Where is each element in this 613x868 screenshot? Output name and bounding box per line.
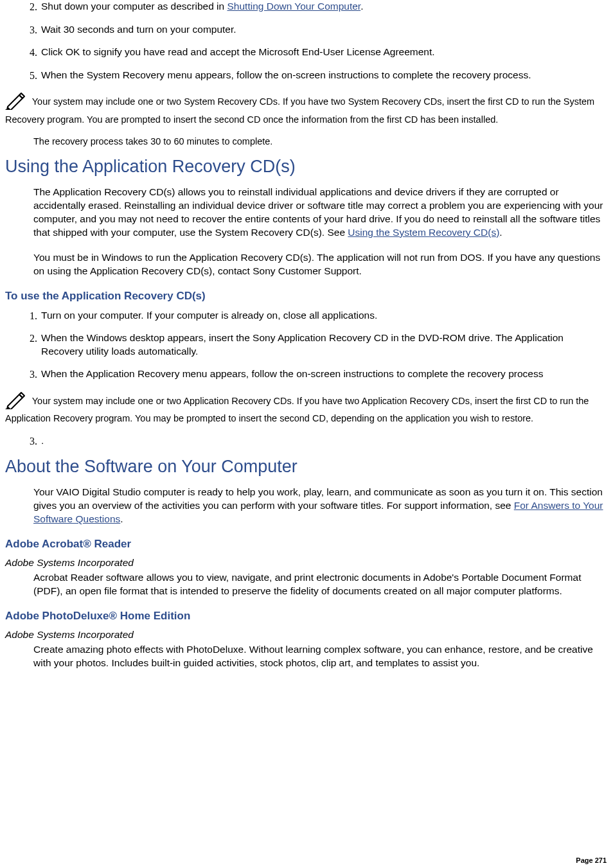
list-number: 3. (23, 368, 37, 382)
list-item: 2. When the Windows desktop appears, ins… (23, 332, 608, 359)
text-fragment: . (360, 1, 363, 12)
list-item: 1. Turn on your computer. If your comput… (23, 309, 608, 323)
list-text: Turn on your computer. If your computer … (41, 309, 608, 323)
list-text: When the Windows desktop appears, insert… (41, 332, 608, 359)
list-item: 4. Click OK to signify you have read and… (23, 46, 608, 60)
text-fragment: The Application Recovery CD(s) allows yo… (33, 186, 603, 238)
note-text: Your system may include one or two Syste… (5, 96, 594, 124)
shutdown-link[interactable]: Shutting Down Your Computer (227, 1, 361, 12)
list-text: When the Application Recovery menu appea… (41, 368, 608, 381)
text-fragment: . (499, 227, 502, 238)
note-system-recovery-cds: Your system may include one or two Syste… (5, 91, 608, 126)
list-number: 2. (23, 0, 37, 14)
page-number: Page 271 (576, 856, 607, 864)
system-recovery-steps: 2. Shut down your computer as described … (5, 0, 608, 82)
list-text: When the System Recovery menu appears, f… (41, 69, 608, 82)
note-text: Your system may include one or two Appli… (5, 396, 589, 423)
software-title-photodeluxe: Adobe PhotoDeluxe® Home Edition (5, 610, 608, 623)
list-number: 4. (23, 46, 37, 60)
software-desc-acrobat: Acrobat Reader software allows you to vi… (33, 571, 608, 598)
list-number: 1. (23, 309, 37, 323)
list-number: 3. (23, 23, 37, 37)
system-recovery-link[interactable]: Using the System Recovery CD(s) (348, 227, 499, 238)
heading-app-recovery: Using the Application Recovery CD(s) (5, 157, 608, 177)
list-item: 3. When the Application Recovery menu ap… (23, 368, 608, 382)
pencil-note-icon (5, 91, 27, 114)
orphan-list: 3. . (5, 434, 608, 448)
list-item: 5. When the System Recovery menu appears… (23, 69, 608, 83)
list-text: . (41, 434, 608, 448)
list-text: Wait 30 seconds and turn on your compute… (41, 23, 608, 37)
subheading-use-app-recovery: To use the Application Recovery CD(s) (5, 290, 608, 303)
text-fragment: Shut down your computer as described in (41, 1, 227, 12)
recovery-duration-text: The recovery process takes 30 to 60 minu… (33, 136, 608, 148)
note-app-recovery-cds: Your system may include one or two Appli… (5, 391, 608, 425)
app-recovery-windows-note: You must be in Windows to run the Applic… (33, 251, 608, 278)
app-recovery-steps: 1. Turn on your computer. If your comput… (5, 309, 608, 382)
page-content: 2. Shut down your computer as described … (0, 0, 613, 686)
list-item: 3. Wait 30 seconds and turn on your comp… (23, 23, 608, 37)
list-text: Click OK to signify you have read and ac… (41, 46, 608, 59)
heading-about-software: About the Software on Your Computer (5, 457, 608, 477)
about-software-intro: Your VAIO Digital Studio computer is rea… (33, 486, 608, 526)
list-text: Shut down your computer as described in … (41, 0, 608, 13)
list-number: 5. (23, 69, 37, 83)
page-container: 2. Shut down your computer as described … (0, 0, 613, 868)
software-desc-photodeluxe: Create amazing photo effects with PhotoD… (33, 643, 608, 670)
text-fragment: . (120, 513, 123, 524)
software-vendor: Adobe Systems Incorporated (5, 557, 608, 569)
pencil-note-icon (5, 391, 27, 413)
list-item: 2. Shut down your computer as described … (23, 0, 608, 14)
list-number: 3. (23, 434, 37, 448)
list-item: 3. . (23, 434, 608, 448)
list-number: 2. (23, 332, 37, 346)
software-title-acrobat: Adobe Acrobat® Reader (5, 538, 608, 551)
software-vendor: Adobe Systems Incorporated (5, 629, 608, 641)
app-recovery-intro: The Application Recovery CD(s) allows yo… (33, 186, 608, 240)
